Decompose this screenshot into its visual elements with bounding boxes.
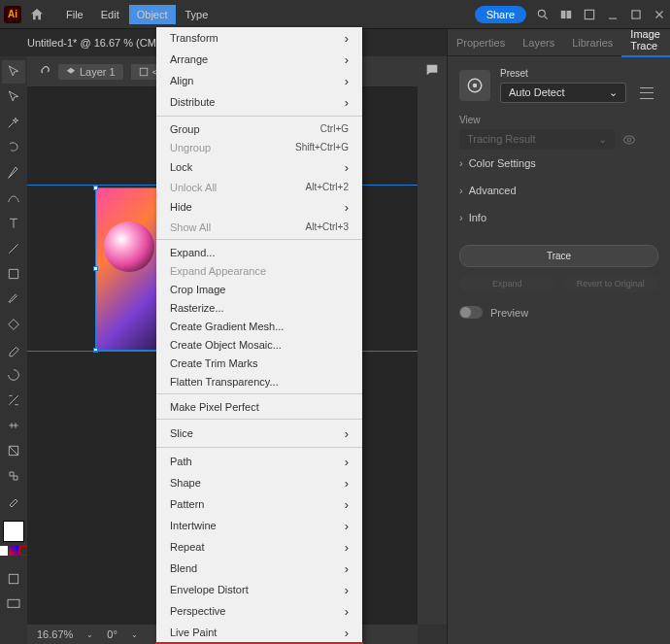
- menu-item-create-gradient-mesh[interactable]: Create Gradient Mesh...: [156, 317, 362, 335]
- menu-item-create-trim-marks[interactable]: Create Trim Marks: [156, 354, 362, 372]
- menu-item-lock[interactable]: Lock: [156, 156, 362, 178]
- minimize-icon[interactable]: [606, 8, 620, 21]
- menu-item-crop-image[interactable]: Crop Image: [156, 280, 362, 298]
- menu-item-align[interactable]: Align: [156, 70, 362, 91]
- panel-tab-layers[interactable]: Layers: [514, 37, 563, 49]
- section-color-settings[interactable]: Color Settings: [459, 150, 658, 177]
- section-advanced[interactable]: Advanced: [459, 177, 658, 204]
- scale-tool[interactable]: [2, 389, 25, 412]
- curvature-tool[interactable]: [2, 186, 25, 210]
- zoom-level[interactable]: 16.67%: [37, 628, 73, 640]
- menu-file[interactable]: File: [58, 5, 91, 24]
- eraser-tool[interactable]: [2, 338, 25, 361]
- revert-button: Revert to Original: [563, 275, 659, 292]
- menu-type[interactable]: Type: [178, 5, 217, 24]
- rectangle-tool[interactable]: [2, 262, 25, 286]
- eyedropper-tool[interactable]: [2, 490, 25, 513]
- selection-tool[interactable]: [2, 60, 25, 84]
- rotate-view[interactable]: 0°: [107, 628, 117, 640]
- screen-mode-icon[interactable]: [2, 593, 25, 616]
- maximize-icon[interactable]: [629, 8, 643, 21]
- draw-mode-icon[interactable]: [2, 567, 25, 591]
- share-button[interactable]: Share: [475, 6, 526, 23]
- type-tool[interactable]: [2, 212, 25, 235]
- menu-item-group[interactable]: GroupCtrl+G: [156, 119, 362, 138]
- width-tool[interactable]: [2, 414, 25, 437]
- menu-item-slice[interactable]: Slice: [156, 423, 362, 444]
- titlebar: Ai FileEditObjectType Share: [0, 0, 670, 29]
- menu-item-blend[interactable]: Blend: [156, 558, 362, 579]
- menu-item-arrange[interactable]: Arrange: [156, 49, 362, 70]
- fill-color[interactable]: [3, 521, 24, 542]
- direct-selection-tool[interactable]: [2, 85, 25, 109]
- menu-item-unlock-all: Unlock AllAlt+Ctrl+2: [156, 178, 362, 196]
- trace-button[interactable]: Trace: [459, 245, 658, 267]
- menu-edit[interactable]: Edit: [93, 5, 127, 24]
- free-transform-tool[interactable]: [2, 439, 25, 462]
- preset-preview-icon: [459, 70, 490, 101]
- shape-builder-tool[interactable]: [2, 464, 25, 488]
- close-icon[interactable]: [653, 8, 666, 21]
- color-mode-icon[interactable]: [0, 546, 8, 556]
- svg-point-10: [627, 138, 631, 142]
- menu-item-path[interactable]: Path: [156, 451, 362, 472]
- menubar: FileEditObjectType: [58, 5, 216, 24]
- object-menu-dropdown: TransformArrangeAlignDistributeGroupCtrl…: [156, 27, 362, 644]
- menu-item-envelope-distort[interactable]: Envelope Distort: [156, 579, 362, 600]
- pen-tool[interactable]: [2, 161, 25, 185]
- magic-wand-tool[interactable]: [2, 111, 25, 134]
- comment-icon[interactable]: [424, 62, 440, 78]
- menu-item-repeat[interactable]: Repeat: [156, 536, 362, 558]
- svg-rect-1: [561, 10, 566, 17]
- line-tool[interactable]: [2, 237, 25, 260]
- panel-tab-properties[interactable]: Properties: [448, 37, 514, 49]
- menu-item-live-paint[interactable]: Live Paint: [156, 622, 362, 643]
- menu-item-flatten-transparency[interactable]: Flatten Transparency...: [156, 372, 362, 390]
- eye-icon: [622, 133, 636, 147]
- menu-item-transform[interactable]: Transform: [156, 27, 362, 49]
- menu-item-shape[interactable]: Shape: [156, 472, 362, 493]
- expand-button: Expand: [459, 275, 555, 292]
- layers-icon: [66, 67, 76, 77]
- home-icon[interactable]: [29, 7, 45, 22]
- arrange-icon[interactable]: [559, 8, 573, 21]
- preset-select[interactable]: Auto Detect⌄: [500, 83, 626, 103]
- document-tab[interactable]: Untitled-1* @ 16.67 % (CMY...): [27, 37, 175, 49]
- panel-menu-icon[interactable]: [640, 87, 653, 99]
- preset-label: Preset: [500, 68, 653, 79]
- menu-object[interactable]: Object: [129, 5, 176, 24]
- layer-indicator[interactable]: Layer 1: [58, 64, 123, 80]
- menu-item-expand[interactable]: Expand...: [156, 243, 362, 261]
- menu-item-ungroup: UngroupShift+Ctrl+G: [156, 138, 362, 156]
- workspace-icon[interactable]: [583, 8, 596, 21]
- menu-item-pattern[interactable]: Pattern: [156, 493, 362, 515]
- preview-label: Preview: [490, 307, 528, 319]
- menu-item-create-object-mosaic[interactable]: Create Object Mosaic...: [156, 335, 362, 354]
- lasso-tool[interactable]: [2, 136, 25, 159]
- menu-item-rasterize[interactable]: Rasterize...: [156, 298, 362, 317]
- menu-item-hide[interactable]: Hide: [156, 196, 362, 218]
- menu-item-perspective[interactable]: Perspective: [156, 600, 362, 622]
- menu-item-show-all: Show AllAlt+Ctrl+3: [156, 218, 362, 236]
- rotate-tool[interactable]: [2, 363, 25, 387]
- svg-point-9: [473, 84, 478, 88]
- panel-tab-image-trace[interactable]: Image Trace: [621, 28, 670, 57]
- paintbrush-tool[interactable]: [2, 288, 25, 311]
- preview-toggle[interactable]: [459, 306, 483, 319]
- svg-rect-4: [632, 10, 640, 17]
- search-icon[interactable]: [536, 8, 550, 21]
- link-icon[interactable]: [37, 65, 50, 79]
- svg-rect-5: [140, 68, 148, 76]
- view-label: View: [459, 115, 658, 125]
- tools-panel: [0, 56, 27, 616]
- svg-rect-2: [567, 10, 572, 17]
- view-select: Tracing Result⌄: [459, 129, 615, 150]
- panel-tab-libraries[interactable]: Libraries: [563, 37, 621, 49]
- menu-item-make-pixel-perfect[interactable]: Make Pixel Perfect: [156, 397, 362, 416]
- gradient-mode-icon[interactable]: [9, 546, 18, 556]
- shaper-tool[interactable]: [2, 313, 25, 336]
- section-info[interactable]: Info: [459, 204, 658, 231]
- menu-item-intertwine[interactable]: Intertwine: [156, 515, 362, 536]
- menu-item-distribute[interactable]: Distribute: [156, 91, 362, 113]
- svg-rect-7: [8, 599, 19, 607]
